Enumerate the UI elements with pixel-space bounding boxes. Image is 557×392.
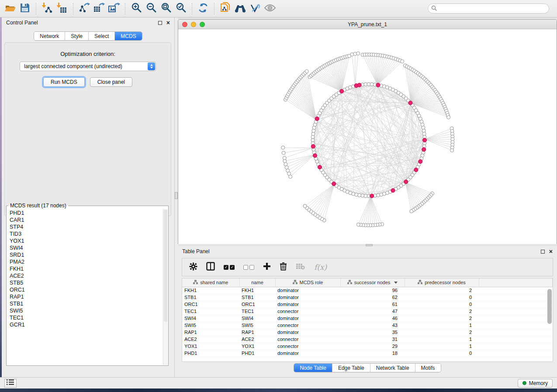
table-row[interactable]: STB1STB1dominator620 (182, 294, 553, 301)
mcds-node[interactable] (311, 144, 315, 148)
tab-style[interactable]: Style (65, 32, 89, 40)
tab-select[interactable]: Select (89, 32, 115, 40)
mcds-node[interactable] (332, 182, 336, 186)
mcds-result-item[interactable]: YOX1 (10, 237, 168, 244)
mcds-node[interactable] (422, 138, 426, 142)
network-canvas[interactable] (178, 29, 557, 244)
tab-node-table[interactable]: Node Table (294, 364, 332, 372)
mcds-result-item[interactable]: RAP1 (10, 293, 168, 300)
mcds-result-item[interactable]: SRD1 (10, 251, 168, 258)
column-header-MCDS-role[interactable]: MCDS role (275, 279, 340, 287)
tab-edge-table[interactable]: Edge Table (332, 364, 370, 372)
mcds-result-item[interactable]: SWI4 (10, 244, 168, 251)
table-row[interactable]: ORC1ORC1dominator610 (182, 301, 553, 308)
mcds-result-item[interactable]: TEC1 (10, 314, 168, 321)
table-row[interactable]: SWI4SWI4dominator462 (182, 315, 553, 322)
zoom-in-button[interactable] (129, 2, 144, 16)
table-scrollbar[interactable] (547, 288, 552, 361)
tab-network[interactable]: Network (34, 32, 65, 40)
zoom-fit-button[interactable] (159, 2, 173, 16)
zoom-out-button[interactable] (144, 2, 159, 16)
mcds-node[interactable] (391, 189, 395, 193)
table-scrollbar-thumb[interactable] (547, 289, 552, 324)
search-binoculars-button[interactable] (233, 2, 248, 16)
float-panel-icon[interactable] (158, 21, 162, 25)
clone-network-button[interactable] (218, 2, 233, 16)
close-table-panel-icon[interactable]: × (549, 249, 553, 254)
import-table-button[interactable] (55, 2, 69, 16)
minimize-window-icon[interactable] (191, 22, 196, 27)
mcds-result-item[interactable]: TID3 (10, 230, 168, 237)
column-header-predecessor-nodes[interactable]: predecessor nodes (405, 279, 479, 287)
mcds-result-item[interactable]: ACE2 (10, 272, 168, 279)
mcds-result-item[interactable]: PMA2 (10, 258, 168, 265)
splitter-grip[interactable] (175, 192, 178, 199)
mcds-node[interactable] (408, 101, 412, 105)
table-row[interactable]: SWI5SWI5connector431 (182, 322, 553, 329)
tab-motifs[interactable]: Motifs (415, 364, 441, 372)
table-row[interactable]: ACE2ACE2connector311 (182, 336, 553, 343)
table-row[interactable]: YOX1YOX1connector291 (182, 343, 553, 350)
tab-mcds[interactable]: MCDS (115, 32, 142, 40)
run-mcds-button[interactable]: Run MCDS (43, 77, 85, 87)
mcds-node[interactable] (318, 165, 322, 169)
mcds-node[interactable] (357, 83, 361, 87)
network-graph[interactable] (178, 29, 557, 244)
close-panel-button[interactable]: Close panel (90, 77, 132, 87)
vizmap-preview-button[interactable] (248, 2, 263, 16)
table-row[interactable]: FKH1FKH1dominator962 (182, 287, 553, 294)
mcds-node[interactable] (370, 194, 374, 198)
export-table-button[interactable] (92, 2, 107, 16)
mcds-result-item[interactable]: ORC1 (10, 286, 168, 293)
update-view-button[interactable] (196, 2, 211, 16)
mcds-node[interactable] (315, 117, 319, 120)
vertical-splitter[interactable] (175, 17, 178, 377)
mcds-node[interactable] (422, 148, 426, 151)
column-header-successor-nodes[interactable]: successor nodes (340, 279, 405, 287)
developer-log-button[interactable] (4, 379, 17, 388)
mcds-result-item[interactable]: FKH1 (10, 265, 168, 272)
add-column-button[interactable] (263, 262, 271, 272)
open-session-button[interactable] (3, 2, 17, 16)
export-network-button[interactable] (77, 2, 92, 16)
global-search-input[interactable] (428, 3, 549, 14)
column-layout-button[interactable] (206, 262, 215, 272)
result-list-scrollbar[interactable] (163, 209, 168, 365)
column-header-shared-name[interactable]: shared name (182, 279, 239, 287)
table-settings-button[interactable] (189, 262, 197, 272)
float-table-panel-icon[interactable] (541, 250, 545, 254)
import-network-button[interactable] (40, 2, 55, 16)
mcds-result-item[interactable]: STB5 (10, 279, 168, 286)
save-session-button[interactable] (17, 2, 32, 16)
mcds-node[interactable] (419, 159, 422, 163)
column-header-name[interactable]: name (239, 279, 275, 287)
close-panel-icon[interactable]: × (166, 21, 170, 25)
mcds-result-item[interactable]: GCR1 (10, 321, 168, 328)
close-window-icon[interactable] (182, 22, 187, 27)
node-table-container: shared namenameMCDS rolesuccessor nodesp… (182, 278, 553, 362)
mcds-result-item[interactable]: STB1 (10, 300, 168, 307)
mcds-result-item[interactable]: SWI5 (10, 307, 168, 314)
mcds-result-item[interactable]: CAR1 (10, 217, 168, 224)
table-row[interactable]: RAP1RAP1dominator352 (182, 329, 553, 336)
delete-column-button[interactable] (280, 262, 287, 272)
memory-button[interactable]: Memory (518, 379, 553, 388)
mcds-node[interactable] (414, 168, 418, 172)
network-window-titlebar[interactable]: YPA_prune.txt_1 (178, 20, 557, 29)
table-row[interactable]: TEC1TEC1connector472 (182, 308, 553, 315)
mcds-node[interactable] (339, 89, 343, 93)
mcds-result-item[interactable]: PHD1 (10, 210, 168, 217)
select-all-columns-button[interactable]: ✓✓ (224, 265, 235, 270)
maximize-window-icon[interactable] (200, 22, 205, 27)
mcds-result-item[interactable]: STP4 (10, 224, 168, 230)
export-image-button[interactable] (107, 2, 121, 16)
zoom-selected-button[interactable] (173, 2, 188, 16)
show-hide-graphics-button[interactable] (263, 2, 277, 16)
criterion-select[interactable]: largest connected component (undirected) (20, 62, 156, 71)
mcds-node[interactable] (404, 180, 408, 184)
deselect-all-columns-button[interactable] (243, 265, 254, 270)
table-row[interactable]: PHD1PHD1dominator180 (182, 350, 553, 357)
tab-network-table[interactable]: Network Table (370, 364, 415, 372)
mcds-node[interactable] (376, 83, 380, 87)
mcds-node[interactable] (313, 154, 317, 158)
